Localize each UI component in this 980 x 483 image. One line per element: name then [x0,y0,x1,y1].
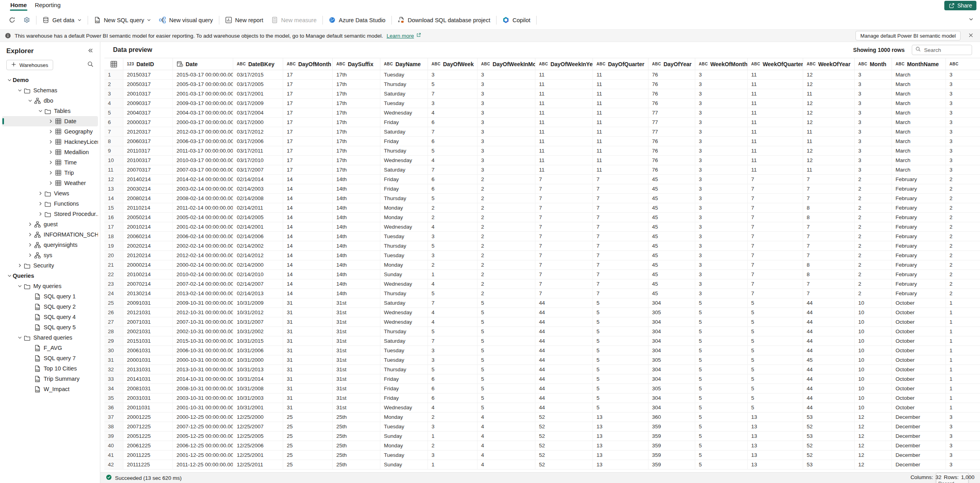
search-input[interactable] [923,47,968,53]
tree-item-geography[interactable]: Geography [2,126,98,137]
table-row[interactable]: 10201003172010-03-17 00:00:00.00000003/1… [104,156,980,165]
tree-item-queries[interactable]: Queries [2,271,98,281]
tree-item-medallion[interactable]: Medallion [2,147,98,157]
table-row[interactable]: 22201002142010-02-14 00:00:00.00000002/1… [104,270,980,279]
table-row[interactable]: 8200603172006-03-17 00:00:00.00000003/17… [104,137,980,146]
tree-item-weather[interactable]: Weather [2,178,98,188]
explorer-search-button[interactable] [87,61,94,69]
refresh-button[interactable] [5,13,19,27]
table-row[interactable]: 7201203172012-03-17 00:00:00.00000003/17… [104,127,980,137]
column-header-dayofweekinyear[interactable]: ABCDayOfWeekInYear [535,58,593,70]
column-header-dateid[interactable]: 123DateID [123,58,173,70]
column-header-month[interactable]: ABCMonth [855,58,892,70]
tree-item-stored-procedur[interactable]: Stored Procedur... [2,209,98,219]
tree-item-demo[interactable]: Demo [2,75,98,85]
column-header[interactable]: ABC [946,58,980,70]
table-row[interactable]: 2200503172005-03-17 00:00:00.00000003/17… [104,80,980,89]
tree-item-w-impact[interactable]: SQLW_Impact [2,384,98,394]
tree-item-sql-query-2[interactable]: SQLSQL query 2 [2,302,98,312]
tree-item-f-avg[interactable]: SQLF_AVG [2,343,98,353]
table-row[interactable]: 25200910312009-10-31 00:00:00.00000010/3… [104,298,980,308]
copilot-button[interactable]: Copilot [499,13,534,27]
column-header-date[interactable]: Date [173,58,233,70]
table-row[interactable]: 28200210312002-10-31 00:00:00.00000010/3… [104,327,980,336]
table-row[interactable]: 26201210312012-10-31 00:00:00.00000010/3… [104,308,980,317]
tab-home[interactable]: Home [6,0,31,11]
table-row[interactable]: 12201402142014-02-14 00:00:00.00000002/1… [104,175,980,184]
column-header-weekofquarter[interactable]: ABCWeekOfQuarter [748,58,803,70]
column-header-dayofquarter[interactable]: ABCDayOfQuarter [593,58,648,70]
column-header-weekofyear[interactable]: ABCWeekOfYear [803,58,855,70]
tree-item-sql-query-7[interactable]: SQLSQL query 7 [2,353,98,363]
collapse-explorer-button[interactable] [88,48,94,55]
column-header-datebkey[interactable]: ABCDateBKey [233,58,283,70]
table-row[interactable]: 14200802142008-02-14 00:00:00.00000002/1… [104,194,980,203]
banner-close-button[interactable] [968,32,974,39]
table-row[interactable]: 9201103172011-03-17 00:00:00.00000003/17… [104,146,980,156]
table-row[interactable]: 29201510312015-10-31 00:00:00.00000010/3… [104,336,980,346]
new-visual-query-button[interactable]: New visual query [155,13,217,27]
tree-item-sql-query-4[interactable]: SQLSQL query 4 [2,312,98,322]
manage-semantic-model-button[interactable]: Manage default Power BI semantic model [855,31,961,40]
tree-item-sql-query-5[interactable]: SQLSQL query 5 [2,322,98,332]
learn-more-link[interactable]: Learn more [387,32,421,39]
table-row[interactable]: 1201503172015-03-17 00:00:00.00000003/17… [104,70,980,80]
table-row[interactable]: 35200310312003-10-31 00:00:00.00000010/3… [104,393,980,403]
column-header-dayofmonth[interactable]: ABCDayOfMonth [283,58,333,70]
column-header-weekofmonth[interactable]: ABCWeekOfMonth [695,58,748,70]
add-warehouses-button[interactable]: Warehouses [6,60,53,70]
select-all-header[interactable] [104,58,123,70]
table-row[interactable]: 30200610312006-10-31 00:00:00.00000010/3… [104,346,980,355]
table-row[interactable]: 42201112252011-12-25 00:00:00.00000012/2… [104,460,980,470]
column-header-dayofweekinmonth[interactable]: ABCDayOfWeekInMonth [478,58,535,70]
tab-reporting[interactable]: Reporting [31,0,65,11]
column-header-dayofweek[interactable]: ABCDayOfWeek [428,58,478,70]
tree-item-schemas[interactable]: Schemas [2,85,98,95]
tree-item-dbo[interactable]: dbo [2,95,98,106]
new-sql-query-button[interactable]: SQLNew SQL query [90,13,155,27]
table-row[interactable]: 19200202142002-02-14 00:00:00.00000002/1… [104,241,980,251]
tree-item-trip[interactable]: Trip [2,168,98,178]
tree-item-trip-summary[interactable]: SQLTrip Summary [2,374,98,384]
table-row[interactable]: 23200702142007-02-14 00:00:00.00000002/1… [104,279,980,289]
table-row[interactable]: 3200103172001-03-17 00:00:00.00000003/17… [104,89,980,99]
get-data-button[interactable]: Get data [38,13,86,27]
share-button[interactable]: Share [944,1,976,10]
table-row[interactable]: 27200710312007-10-31 00:00:00.00000010/3… [104,317,980,327]
tree-item-shared-queries[interactable]: Shared queries [2,332,98,343]
tree-item-time[interactable]: Time [2,157,98,168]
table-row[interactable]: 18200602142006-02-14 00:00:00.00000002/1… [104,232,980,241]
table-row[interactable]: 5200403172004-03-17 00:00:00.00000003/17… [104,108,980,118]
table-row[interactable]: 38200712252007-12-25 00:00:00.00000012/2… [104,422,980,431]
table-row[interactable]: 6200003172000-03-17 00:00:00.00000003/17… [104,118,980,127]
download-sql-project-button[interactable]: Download SQL database project [394,13,494,27]
table-row[interactable]: 40200612252006-12-25 00:00:00.00000012/2… [104,441,980,451]
tree-item-sys[interactable]: sys [2,250,98,260]
table-row[interactable]: 32201310312013-10-31 00:00:00.00000010/3… [104,365,980,374]
column-header-daysuffix[interactable]: ABCDaySuffix [333,58,380,70]
table-row[interactable]: 16200502142005-02-14 00:00:00.00000002/1… [104,213,980,222]
tree-item-tables[interactable]: Tables [2,106,98,116]
azure-data-studio-button[interactable]: Azure Data Studio [325,13,389,27]
column-header-monthname[interactable]: ABCMonthName [892,58,946,70]
tree-item-views[interactable]: Views [2,188,98,199]
tree-item-functions[interactable]: Functions [2,199,98,209]
column-header-dayname[interactable]: ABCDayName [380,58,428,70]
table-row[interactable]: 34200810312008-10-31 00:00:00.00000010/3… [104,384,980,393]
tree-item-top-10-cities[interactable]: SQLTop 10 Cities [2,363,98,374]
table-row[interactable]: 20201202142012-02-14 00:00:00.00000002/1… [104,251,980,260]
table-row[interactable]: 17200102142001-02-14 00:00:00.00000002/1… [104,222,980,232]
table-row[interactable]: 36200110312001-10-31 00:00:00.00000010/3… [104,403,980,412]
tree-item-my-queries[interactable]: My queries [2,281,98,291]
table-row[interactable]: 37200012252000-12-25 00:00:00.00000012/2… [104,412,980,422]
table-row[interactable]: 13200302142003-02-14 00:00:00.00000002/1… [104,184,980,194]
tree-item-information-sche[interactable]: INFORMATION_SCHE... [2,229,98,240]
table-row[interactable]: 4200903172009-03-17 00:00:00.00000003/17… [104,99,980,108]
table-row[interactable]: 21200002142000-02-14 00:00:00.00000002/1… [104,260,980,270]
table-row[interactable]: 24201302142013-02-14 00:00:00.00000002/1… [104,289,980,298]
settings-button[interactable] [19,13,34,27]
new-report-button[interactable]: New report [221,13,267,27]
toolbar-collapse-button[interactable] [968,16,974,23]
tree-item-sql-query-1[interactable]: SQLSQL query 1 [2,291,98,302]
tree-item-queryinsights[interactable]: queryinsights [2,240,98,250]
